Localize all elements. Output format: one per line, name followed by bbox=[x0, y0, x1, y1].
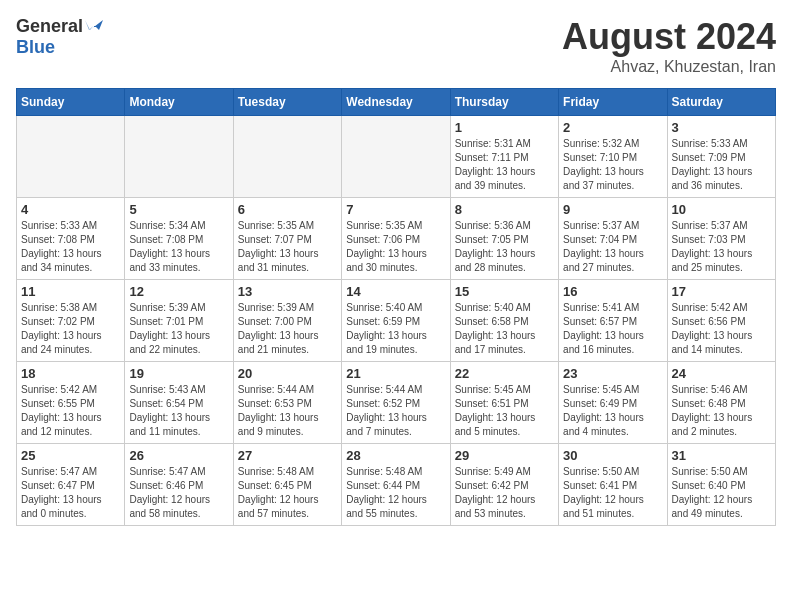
day-info: Sunrise: 5:38 AMSunset: 7:02 PMDaylight:… bbox=[21, 301, 120, 357]
calendar-cell-1-5: 1Sunrise: 5:31 AMSunset: 7:11 PMDaylight… bbox=[450, 116, 558, 198]
calendar-cell-2-2: 5Sunrise: 5:34 AMSunset: 7:08 PMDaylight… bbox=[125, 198, 233, 280]
title-block: August 2024 Ahvaz, Khuzestan, Iran bbox=[562, 16, 776, 76]
logo-general-text: General bbox=[16, 16, 83, 37]
week-row-4: 18Sunrise: 5:42 AMSunset: 6:55 PMDayligh… bbox=[17, 362, 776, 444]
day-number: 8 bbox=[455, 202, 554, 217]
day-number: 9 bbox=[563, 202, 662, 217]
day-info: Sunrise: 5:48 AMSunset: 6:44 PMDaylight:… bbox=[346, 465, 445, 521]
day-info: Sunrise: 5:40 AMSunset: 6:58 PMDaylight:… bbox=[455, 301, 554, 357]
day-number: 26 bbox=[129, 448, 228, 463]
header-tuesday: Tuesday bbox=[233, 89, 341, 116]
day-info: Sunrise: 5:50 AMSunset: 6:40 PMDaylight:… bbox=[672, 465, 771, 521]
day-number: 22 bbox=[455, 366, 554, 381]
calendar-cell-3-7: 17Sunrise: 5:42 AMSunset: 6:56 PMDayligh… bbox=[667, 280, 775, 362]
calendar-cell-4-1: 18Sunrise: 5:42 AMSunset: 6:55 PMDayligh… bbox=[17, 362, 125, 444]
day-info: Sunrise: 5:31 AMSunset: 7:11 PMDaylight:… bbox=[455, 137, 554, 193]
day-info: Sunrise: 5:47 AMSunset: 6:46 PMDaylight:… bbox=[129, 465, 228, 521]
calendar-title: August 2024 bbox=[562, 16, 776, 58]
day-number: 30 bbox=[563, 448, 662, 463]
calendar-cell-5-7: 31Sunrise: 5:50 AMSunset: 6:40 PMDayligh… bbox=[667, 444, 775, 526]
calendar-cell-5-2: 26Sunrise: 5:47 AMSunset: 6:46 PMDayligh… bbox=[125, 444, 233, 526]
calendar-cell-5-3: 27Sunrise: 5:48 AMSunset: 6:45 PMDayligh… bbox=[233, 444, 341, 526]
calendar-cell-4-5: 22Sunrise: 5:45 AMSunset: 6:51 PMDayligh… bbox=[450, 362, 558, 444]
day-number: 14 bbox=[346, 284, 445, 299]
calendar-cell-2-7: 10Sunrise: 5:37 AMSunset: 7:03 PMDayligh… bbox=[667, 198, 775, 280]
week-row-1: 1Sunrise: 5:31 AMSunset: 7:11 PMDaylight… bbox=[17, 116, 776, 198]
calendar-cell-4-2: 19Sunrise: 5:43 AMSunset: 6:54 PMDayligh… bbox=[125, 362, 233, 444]
day-info: Sunrise: 5:35 AMSunset: 7:06 PMDaylight:… bbox=[346, 219, 445, 275]
calendar-table: Sunday Monday Tuesday Wednesday Thursday… bbox=[16, 88, 776, 526]
day-number: 3 bbox=[672, 120, 771, 135]
day-number: 21 bbox=[346, 366, 445, 381]
header-monday: Monday bbox=[125, 89, 233, 116]
day-info: Sunrise: 5:49 AMSunset: 6:42 PMDaylight:… bbox=[455, 465, 554, 521]
day-info: Sunrise: 5:35 AMSunset: 7:07 PMDaylight:… bbox=[238, 219, 337, 275]
calendar-location: Ahvaz, Khuzestan, Iran bbox=[562, 58, 776, 76]
day-number: 24 bbox=[672, 366, 771, 381]
calendar-cell-4-4: 21Sunrise: 5:44 AMSunset: 6:52 PMDayligh… bbox=[342, 362, 450, 444]
day-number: 25 bbox=[21, 448, 120, 463]
day-number: 18 bbox=[21, 366, 120, 381]
calendar-cell-1-1 bbox=[17, 116, 125, 198]
calendar-cell-3-3: 13Sunrise: 5:39 AMSunset: 7:00 PMDayligh… bbox=[233, 280, 341, 362]
day-number: 29 bbox=[455, 448, 554, 463]
day-info: Sunrise: 5:34 AMSunset: 7:08 PMDaylight:… bbox=[129, 219, 228, 275]
weekday-header-row: Sunday Monday Tuesday Wednesday Thursday… bbox=[17, 89, 776, 116]
day-info: Sunrise: 5:42 AMSunset: 6:55 PMDaylight:… bbox=[21, 383, 120, 439]
calendar-cell-1-4 bbox=[342, 116, 450, 198]
week-row-5: 25Sunrise: 5:47 AMSunset: 6:47 PMDayligh… bbox=[17, 444, 776, 526]
calendar-cell-2-4: 7Sunrise: 5:35 AMSunset: 7:06 PMDaylight… bbox=[342, 198, 450, 280]
calendar-cell-4-3: 20Sunrise: 5:44 AMSunset: 6:53 PMDayligh… bbox=[233, 362, 341, 444]
calendar-cell-1-2 bbox=[125, 116, 233, 198]
day-number: 20 bbox=[238, 366, 337, 381]
calendar-cell-5-6: 30Sunrise: 5:50 AMSunset: 6:41 PMDayligh… bbox=[559, 444, 667, 526]
calendar-cell-3-2: 12Sunrise: 5:39 AMSunset: 7:01 PMDayligh… bbox=[125, 280, 233, 362]
day-number: 15 bbox=[455, 284, 554, 299]
day-number: 13 bbox=[238, 284, 337, 299]
week-row-3: 11Sunrise: 5:38 AMSunset: 7:02 PMDayligh… bbox=[17, 280, 776, 362]
day-number: 2 bbox=[563, 120, 662, 135]
header-wednesday: Wednesday bbox=[342, 89, 450, 116]
day-number: 7 bbox=[346, 202, 445, 217]
day-info: Sunrise: 5:48 AMSunset: 6:45 PMDaylight:… bbox=[238, 465, 337, 521]
calendar-cell-3-6: 16Sunrise: 5:41 AMSunset: 6:57 PMDayligh… bbox=[559, 280, 667, 362]
day-info: Sunrise: 5:33 AMSunset: 7:08 PMDaylight:… bbox=[21, 219, 120, 275]
day-number: 10 bbox=[672, 202, 771, 217]
day-number: 19 bbox=[129, 366, 228, 381]
week-row-2: 4Sunrise: 5:33 AMSunset: 7:08 PMDaylight… bbox=[17, 198, 776, 280]
calendar-cell-5-4: 28Sunrise: 5:48 AMSunset: 6:44 PMDayligh… bbox=[342, 444, 450, 526]
day-number: 28 bbox=[346, 448, 445, 463]
logo: General Blue bbox=[16, 16, 103, 58]
day-info: Sunrise: 5:45 AMSunset: 6:49 PMDaylight:… bbox=[563, 383, 662, 439]
calendar-cell-4-6: 23Sunrise: 5:45 AMSunset: 6:49 PMDayligh… bbox=[559, 362, 667, 444]
day-info: Sunrise: 5:50 AMSunset: 6:41 PMDaylight:… bbox=[563, 465, 662, 521]
day-info: Sunrise: 5:32 AMSunset: 7:10 PMDaylight:… bbox=[563, 137, 662, 193]
day-number: 16 bbox=[563, 284, 662, 299]
header-friday: Friday bbox=[559, 89, 667, 116]
day-number: 17 bbox=[672, 284, 771, 299]
day-info: Sunrise: 5:44 AMSunset: 6:52 PMDaylight:… bbox=[346, 383, 445, 439]
day-info: Sunrise: 5:46 AMSunset: 6:48 PMDaylight:… bbox=[672, 383, 771, 439]
day-info: Sunrise: 5:45 AMSunset: 6:51 PMDaylight:… bbox=[455, 383, 554, 439]
day-info: Sunrise: 5:37 AMSunset: 7:04 PMDaylight:… bbox=[563, 219, 662, 275]
svg-marker-0 bbox=[90, 20, 103, 30]
day-number: 12 bbox=[129, 284, 228, 299]
day-info: Sunrise: 5:36 AMSunset: 7:05 PMDaylight:… bbox=[455, 219, 554, 275]
logo-bird-icon bbox=[85, 16, 103, 34]
day-info: Sunrise: 5:43 AMSunset: 6:54 PMDaylight:… bbox=[129, 383, 228, 439]
day-number: 1 bbox=[455, 120, 554, 135]
page-header: General Blue August 2024 Ahvaz, Khuzesta… bbox=[16, 16, 776, 76]
day-info: Sunrise: 5:47 AMSunset: 6:47 PMDaylight:… bbox=[21, 465, 120, 521]
day-info: Sunrise: 5:33 AMSunset: 7:09 PMDaylight:… bbox=[672, 137, 771, 193]
day-info: Sunrise: 5:42 AMSunset: 6:56 PMDaylight:… bbox=[672, 301, 771, 357]
calendar-cell-3-5: 15Sunrise: 5:40 AMSunset: 6:58 PMDayligh… bbox=[450, 280, 558, 362]
day-info: Sunrise: 5:39 AMSunset: 7:01 PMDaylight:… bbox=[129, 301, 228, 357]
logo-blue-text: Blue bbox=[16, 37, 55, 57]
calendar-cell-1-6: 2Sunrise: 5:32 AMSunset: 7:10 PMDaylight… bbox=[559, 116, 667, 198]
calendar-cell-2-5: 8Sunrise: 5:36 AMSunset: 7:05 PMDaylight… bbox=[450, 198, 558, 280]
svg-marker-1 bbox=[85, 20, 93, 30]
calendar-cell-3-4: 14Sunrise: 5:40 AMSunset: 6:59 PMDayligh… bbox=[342, 280, 450, 362]
day-info: Sunrise: 5:39 AMSunset: 7:00 PMDaylight:… bbox=[238, 301, 337, 357]
header-thursday: Thursday bbox=[450, 89, 558, 116]
day-number: 6 bbox=[238, 202, 337, 217]
